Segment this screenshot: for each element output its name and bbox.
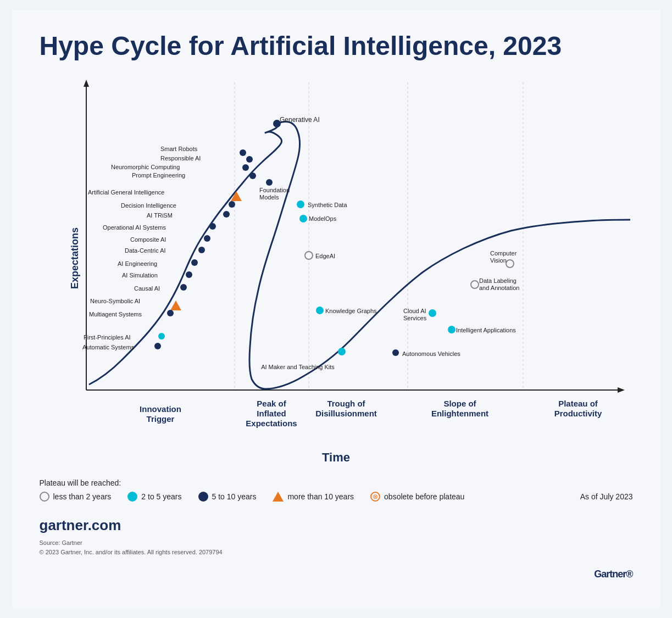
chart-area: Expectations Generative AI Smart Robots [40, 71, 633, 445]
phase-trough1: Trough of [327, 399, 365, 408]
label-smart-robots: Smart Robots [160, 146, 198, 152]
label-agi: Artificial General Intelligence [88, 189, 164, 196]
dot-foundation-models [266, 179, 273, 186]
label-prompt-eng: Prompt Engineering [132, 172, 185, 179]
main-card: Hype Cycle for Artificial Intelligence, … [12, 10, 660, 609]
phase-slope1: Slope of [443, 399, 476, 408]
legend-obsolete-icon: ⊗ [370, 492, 380, 502]
footer-website: gartner.com [40, 517, 633, 534]
label-data-centric: Data-Centric AI [125, 247, 166, 254]
legend-cyan-icon [127, 492, 137, 502]
label-computer-vision-1: Computer [490, 250, 517, 257]
legend-less-2: less than 2 years [40, 492, 112, 502]
phase-trigger: Trigger [146, 414, 174, 424]
dot-intelligent-apps [448, 326, 456, 333]
label-ai-simulation: AI Simulation [122, 272, 158, 279]
dot-operational-ai [209, 223, 216, 230]
label-cloud-ai-2: Services [403, 315, 427, 321]
legend-2-5: 2 to 5 years [127, 492, 181, 502]
legend-5-10-label: 5 to 10 years [212, 492, 257, 501]
svg-marker-3 [618, 387, 625, 393]
phase-peak2: Inflated [257, 409, 286, 418]
dot-neuro-symbolic [170, 300, 181, 310]
gartner-logo: Gartner® [594, 565, 632, 591]
dot-responsible-ai [246, 156, 253, 163]
dot-data-labeling [471, 281, 479, 288]
legend-obsolete: ⊗ obsolete before plateau [370, 492, 464, 502]
label-generative-ai: Generative AI [280, 116, 320, 124]
dot-neuromorphic [242, 164, 249, 171]
label-decision-intel: Decision Intelligence [121, 202, 176, 209]
dot-composite-ai [204, 235, 210, 242]
dot-data-centric [198, 247, 205, 253]
dot-ai-trism [223, 211, 230, 218]
dot-prompt-eng [249, 172, 256, 179]
label-intelligent-apps: Intelligent Applications [456, 327, 516, 333]
dot-synthetic-data [297, 201, 304, 208]
legend-5-10: 5 to 10 years [198, 492, 257, 502]
phase-peak1: Peak of [257, 399, 286, 408]
label-data-labeling-2: and Annotation [479, 285, 519, 291]
legend-dark-icon [198, 492, 208, 502]
label-neuromorphic: Neuromorphic Computing [111, 164, 180, 170]
gartner-logo-text: Gartner [594, 569, 626, 580]
label-automatic-systems: Automatic Systems [82, 344, 135, 350]
label-cloud-ai-1: Cloud AI [403, 308, 426, 314]
x-axis-label: Time [40, 450, 633, 465]
label-operational-ai: Operational AI Systems [103, 224, 166, 231]
phase-peak3: Expectations [246, 419, 297, 428]
label-foundation-models-1: Foundation [259, 187, 290, 193]
phase-innovation: Innovation [140, 404, 181, 414]
label-ai-trism: AI TRiSM [147, 212, 173, 219]
label-ai-engineering: AI Engineering [118, 260, 157, 267]
dot-first-principles [158, 333, 165, 339]
label-edgeai: EdgeAI [315, 253, 335, 259]
label-modelops: ModelOps [309, 215, 337, 222]
phase-slope2: Enlightenment [431, 409, 488, 418]
label-knowledge-graphs: Knowledge Graphs [325, 308, 377, 314]
svg-marker-2 [84, 80, 89, 87]
label-ai-maker: AI Maker and Teaching Kits [261, 364, 335, 370]
label-composite-ai: Composite AI [130, 236, 166, 243]
label-autonomous-vehicles: Autonomous Vehicles [402, 350, 460, 357]
label-causal-ai: Causal AI [134, 285, 160, 292]
label-first-principles: First-Principles AI [84, 334, 131, 341]
legend-10plus: more than 10 years [273, 492, 354, 502]
label-multiagent: Multiagent Systems [89, 311, 142, 318]
dot-decision-intel [229, 201, 235, 208]
label-data-labeling-1: Data Labeling [479, 277, 517, 284]
legend-date: As of July 2023 [580, 492, 633, 501]
legend-empty-icon [40, 492, 49, 502]
legend-10plus-label: more than 10 years [287, 492, 354, 501]
dot-ai-engineering [191, 259, 198, 266]
label-synthetic-data: Synthetic Data [308, 202, 347, 208]
dot-causal-ai [180, 284, 187, 291]
dot-smart-robots [240, 149, 246, 156]
dot-automatic-systems [154, 343, 161, 349]
phase-plateau1: Plateau of [558, 399, 598, 408]
footer-source: Source: Gartner © 2023 Gartner, Inc. and… [40, 538, 633, 556]
dot-computer-vision [506, 260, 514, 268]
legend-less-2-label: less than 2 years [53, 492, 112, 501]
legend-2-5-label: 2 to 5 years [141, 492, 181, 501]
legend-area: Plateau will be reached: less than 2 yea… [40, 473, 633, 507]
page-title: Hype Cycle for Artificial Intelligence, … [40, 32, 633, 61]
website-label: gartner.com [40, 517, 121, 533]
hype-cycle-chart: Generative AI Smart Robots Responsible A… [40, 71, 633, 445]
legend-obsolete-label: obsolete before plateau [384, 492, 464, 501]
y-axis-label: Expectations [69, 227, 80, 289]
label-foundation-models-2: Models [259, 194, 279, 201]
dot-autonomous-vehicles [392, 349, 399, 356]
registered-mark: ® [626, 569, 632, 580]
legend-items: less than 2 years 2 to 5 years 5 to 10 y… [40, 492, 633, 502]
dot-ai-maker [338, 348, 346, 355]
dot-modelops [299, 215, 307, 222]
dot-ai-simulation [186, 271, 192, 278]
source-text: Source: Gartner [40, 538, 633, 548]
phase-trough2: Disillusionment [315, 409, 377, 418]
phase-plateau2: Productivity [554, 409, 602, 418]
dot-multiagent [167, 310, 174, 316]
legend-plateau-label: Plateau will be reached: [40, 478, 633, 487]
legend-triangle-icon [273, 492, 284, 502]
label-computer-vision-2: Vision [490, 257, 507, 264]
